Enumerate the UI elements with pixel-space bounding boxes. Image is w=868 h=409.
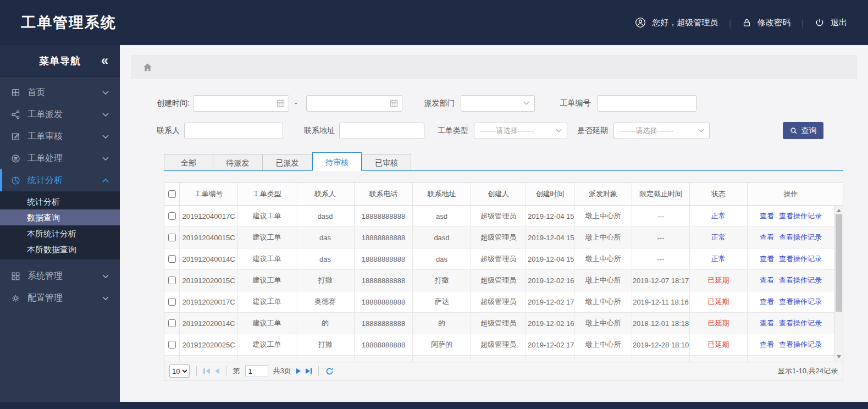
column-status[interactable]: 状态 (690, 183, 748, 205)
view-log-link[interactable]: 查看操作记录 (779, 254, 822, 264)
order-type-select[interactable]: -------请选择------- (474, 123, 567, 139)
view-log-link[interactable]: 查看操作记录 (779, 211, 822, 221)
table-row: 201912020025C 建议工单 打撒 18888888888 阿萨的 超级… (164, 334, 834, 356)
sidebar-item-system[interactable]: 系统管理 (0, 265, 120, 287)
cell-creator: 超级管理员 (471, 248, 526, 269)
cell-order-type: 建议工单 (238, 227, 296, 248)
change-password-button[interactable]: 修改密码 (742, 18, 790, 28)
submenu-item-branch-data-query[interactable]: 本所数据查询 (0, 241, 120, 257)
user-greeting[interactable]: 您好，超级管理员 (635, 17, 718, 28)
grid-squares-icon (11, 272, 21, 281)
menu-label: 统计分析 (27, 175, 63, 186)
sidebar-item-process[interactable]: 工单处理 (0, 147, 120, 169)
order-no-input[interactable] (598, 95, 696, 112)
cell-creator: 超级管理员 (471, 334, 526, 355)
view-log-link[interactable]: 查看操作记录 (779, 233, 822, 242)
column-order-type[interactable]: 工单类型 (238, 183, 296, 205)
scroll-up-arrow[interactable] (837, 209, 841, 212)
view-link[interactable]: 查看 (760, 233, 774, 242)
column-address[interactable]: 联系地址 (413, 183, 471, 205)
view-log-link[interactable]: 查看操作记录 (779, 297, 822, 307)
column-deadline[interactable]: 限定截止时间 (632, 183, 690, 205)
create-time-start-input[interactable] (193, 95, 289, 112)
tab-to-dispatch[interactable]: 待派发 (213, 154, 263, 170)
collapse-sidebar-button[interactable]: « (101, 54, 109, 67)
select-value: -------请选择------- (479, 126, 534, 136)
view-log-link[interactable]: 查看操作记录 (779, 340, 822, 350)
status-badge: 已延期 (690, 291, 748, 312)
cell-actions: 查看 查看操作记录 (748, 313, 834, 334)
address-input[interactable] (339, 123, 424, 139)
cell-order-no: 201912040017C (180, 206, 238, 226)
logout-button[interactable]: 退出 (815, 18, 847, 28)
view-link[interactable]: 查看 (760, 254, 774, 264)
order-type-label: 工单类型 (438, 126, 468, 136)
sidebar-item-dispatch[interactable]: 工单派发 (0, 103, 120, 125)
column-dispatch-target[interactable]: 派发对象 (574, 183, 632, 205)
view-link[interactable]: 查看 (760, 211, 774, 221)
cell-order-type (238, 356, 296, 362)
page-size-select[interactable]: 10 (169, 364, 190, 378)
contact-input[interactable] (184, 123, 283, 139)
home-icon[interactable] (142, 62, 153, 73)
cell-phone: 18888888888 (355, 334, 413, 355)
scrollbar-thumb[interactable] (836, 214, 842, 312)
view-link[interactable]: 查看 (760, 318, 774, 328)
cell-actions (748, 356, 834, 362)
row-checkbox[interactable] (168, 341, 176, 349)
row-checkbox[interactable] (168, 255, 176, 263)
tab-reviewed[interactable]: 已审核 (362, 154, 411, 170)
status-badge: 已延期 (690, 313, 748, 334)
view-link[interactable]: 查看 (760, 297, 774, 307)
row-checkbox-cell (164, 248, 180, 269)
row-checkbox[interactable] (168, 212, 176, 220)
delay-select[interactable]: -------请选择------- (613, 123, 710, 139)
view-link[interactable]: 查看 (760, 275, 774, 285)
select-all-checkbox[interactable] (168, 190, 176, 198)
vertical-scrollbar[interactable] (834, 206, 843, 362)
search-button[interactable]: 查询 (783, 122, 823, 139)
tab-to-review[interactable]: 待审核 (312, 152, 362, 171)
view-link[interactable]: 查看 (760, 340, 774, 350)
column-created-time[interactable]: 创建时间 (526, 183, 574, 205)
last-page-button[interactable] (306, 368, 312, 374)
sidebar-item-statistics[interactable]: 统计分析 (0, 169, 120, 191)
column-creator[interactable]: 创建人 (471, 183, 526, 205)
row-checkbox[interactable] (168, 234, 176, 241)
first-page-button[interactable] (203, 368, 210, 374)
calendar-icon[interactable] (389, 98, 399, 108)
chevron-down-icon (102, 113, 109, 117)
next-page-button[interactable] (296, 368, 301, 374)
cell-address: 萨达 (413, 291, 471, 312)
submenu-item-stats-analysis[interactable]: 统计分析 (0, 194, 120, 209)
cell-created-time: 2019-12-04 15 (526, 206, 574, 226)
column-contact[interactable]: 联系人 (296, 183, 355, 205)
scroll-down-arrow[interactable] (837, 355, 841, 358)
prev-page-button[interactable] (215, 368, 219, 374)
column-actions[interactable]: 操作 (748, 183, 834, 205)
row-checkbox[interactable] (168, 298, 176, 306)
create-time-start-field (193, 95, 289, 112)
search-button-label: 查询 (801, 126, 817, 136)
sidebar-item-review[interactable]: 工单审核 (0, 125, 120, 147)
tab-all[interactable]: 全部 (164, 154, 213, 170)
cell-creator: 超级管理员 (471, 270, 526, 291)
row-checkbox[interactable] (168, 319, 176, 327)
dispatch-dept-select[interactable] (461, 95, 535, 112)
row-checkbox[interactable] (168, 277, 176, 284)
submenu-item-data-query[interactable]: 数据查询 (0, 209, 120, 225)
tab-dispatched[interactable]: 已派发 (263, 154, 312, 170)
cell-order-type: 建议工单 (238, 334, 296, 355)
cell-deadline: --- (632, 206, 690, 226)
page-number-input[interactable] (245, 365, 268, 377)
refresh-icon[interactable] (325, 367, 334, 375)
sidebar-item-config[interactable]: 配置管理 (0, 287, 120, 309)
column-order-no[interactable]: 工单编号 (180, 183, 238, 205)
view-log-link[interactable]: 查看操作记录 (779, 318, 822, 328)
view-log-link[interactable]: 查看操作记录 (779, 275, 822, 285)
submenu-item-branch-stats[interactable]: 本所统计分析 (0, 225, 120, 241)
sidebar-item-home[interactable]: 首页 (0, 81, 120, 103)
column-phone[interactable]: 联系电话 (355, 183, 413, 205)
calendar-icon[interactable] (276, 98, 285, 108)
create-time-end-input[interactable] (306, 95, 402, 112)
